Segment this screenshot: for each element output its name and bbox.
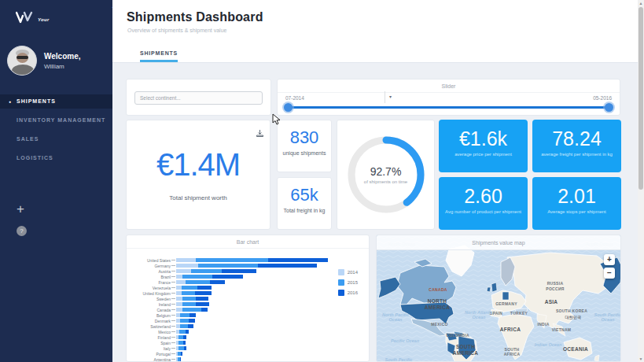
welcome-text: Welcome,: [44, 52, 81, 61]
app-logo: Your APPLICATION: [0, 0, 112, 28]
sidebar-item-logistics[interactable]: ●LOGISTICS: [0, 151, 112, 165]
scroll-up-icon[interactable]: ▲: [638, 1, 644, 6]
help-button[interactable]: ?: [17, 226, 27, 236]
sidebar-menu: ●SHIPMENTS●INVENTORY MANAGEMENT●SALES●LO…: [0, 94, 112, 165]
sidebar-item-shipments[interactable]: ●SHIPMENTS: [0, 94, 112, 109]
page-scrollbar[interactable]: ▲ ▼: [638, 0, 644, 362]
sidebar-item-label: SHIPMENTS: [17, 98, 56, 104]
add-button[interactable]: +: [17, 201, 24, 217]
logo-mark-icon: [16, 11, 33, 28]
sidebar-item-sales[interactable]: ●SALES: [0, 132, 112, 146]
scrollbar-thumb[interactable]: [638, 7, 643, 190]
sidebar-item-label: INVENTORY MANAGEMENT: [17, 117, 105, 123]
avatar[interactable]: [7, 46, 37, 76]
username-text: William: [44, 63, 81, 70]
mouse-cursor: [272, 113, 281, 128]
sidebar-item-label: LOGISTICS: [17, 155, 53, 161]
sidebar: Your APPLICATION Welcome, William ●SHIPM…: [0, 0, 112, 362]
sidebar-item-inventory-management[interactable]: ●INVENTORY MANAGEMENT: [0, 113, 112, 127]
scroll-down-icon[interactable]: ▼: [638, 356, 644, 361]
logo-small-text: Your: [38, 17, 50, 22]
user-welcome-block: Welcome, William: [0, 28, 112, 76]
sidebar-item-label: SALES: [17, 136, 39, 142]
active-bullet-icon: ●: [9, 94, 12, 109]
logo-main-text: APPLICATION: [112, 0, 638, 362]
